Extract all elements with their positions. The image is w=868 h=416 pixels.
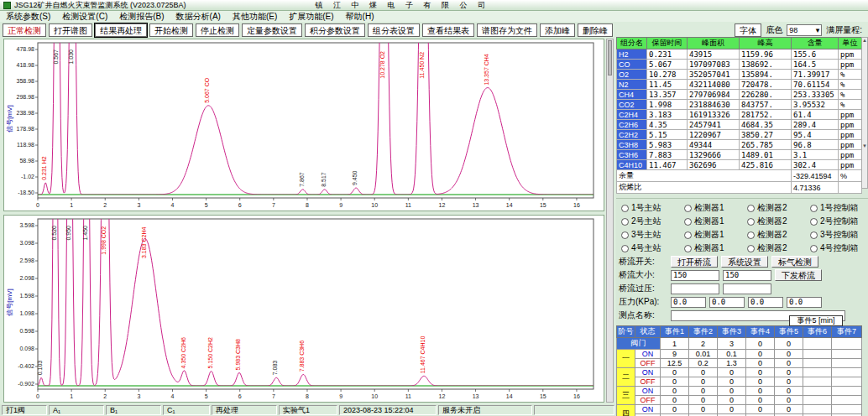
event-row[interactable]: 二ON00000 [617, 368, 862, 377]
quant-params-button[interactable]: 定量参数设置 [242, 23, 302, 37]
radio-icon[interactable] [684, 218, 692, 226]
results-scrollbar[interactable]: ▲▼ [861, 37, 868, 189]
radio-icon[interactable] [621, 218, 629, 226]
menu-detect-report[interactable]: 检测报告(B) [113, 11, 170, 23]
radio-icon[interactable] [810, 205, 818, 212]
menu-data-analysis[interactable]: 数据分析(A) [170, 11, 227, 23]
radio-option[interactable]: 1号控制箱 [805, 202, 868, 214]
radio-option[interactable]: 检测器1 [679, 202, 742, 214]
radio-option[interactable]: 1号主站 [616, 202, 679, 214]
radio-icon[interactable] [810, 218, 818, 226]
result-row[interactable]: C4H1011.467362696425.816302.4ppm [617, 160, 862, 170]
radio-option[interactable]: 检测器2 [742, 229, 805, 241]
result-row[interactable]: C2H43.183161913326281752.61.4ppm [617, 110, 862, 120]
normal-detect-button[interactable]: 正常检测 [3, 23, 46, 37]
event-row[interactable]: 四ON00000 [617, 405, 862, 414]
radio-option[interactable]: 检测器2 [742, 242, 805, 254]
y-axis-title: 信号[mV] [6, 289, 13, 315]
bg-color-select[interactable]: 98 ▾ [787, 24, 822, 36]
chart-scrollbar[interactable] [606, 39, 614, 403]
menu-system-params[interactable]: 系统参数(S) [0, 11, 56, 23]
delete-peak-button[interactable]: 删除峰 [578, 23, 613, 37]
result-row[interactable]: CO21.998231884630843757.3.95532% [617, 100, 862, 110]
pressure-input-1[interactable] [671, 297, 706, 308]
result-row[interactable]: H20.231439151159.96155.6ppm [617, 49, 862, 60]
event-cell: 0.1 [718, 350, 746, 359]
x-tick-label: 10 [371, 202, 378, 208]
menu-other-functions[interactable]: 其他功能(E) [227, 11, 283, 23]
chromatogram-plot[interactable]: 478.98418.98358.98298.98238.98178.98118.… [4, 39, 604, 211]
result-row[interactable]: CO5.067197097083138692.164.5ppm [617, 60, 862, 70]
bridge-over-input-1[interactable] [671, 283, 719, 294]
font-button[interactable]: 字体 [735, 23, 761, 37]
radio-option[interactable]: 检测器1 [679, 229, 742, 241]
open-spectrum-button[interactable]: 打开谱图 [49, 23, 92, 37]
radio-option[interactable]: 检测器2 [742, 216, 805, 227]
x-tick-label: 5 [205, 202, 208, 208]
radio-icon[interactable] [747, 218, 755, 226]
reprocess-result-button[interactable]: 结果再处理 [95, 23, 147, 37]
radio-icon[interactable] [684, 231, 692, 239]
chromatogram-bottom[interactable]: 3.5983.0982.5982.0981.5981.0980.5980.098… [3, 215, 604, 403]
chromatogram-plot[interactable]: 3.5983.0982.5982.0981.5981.0980.5980.098… [4, 216, 604, 402]
peak-label: 8.517 [321, 172, 327, 187]
event-row[interactable]: 一ON90.010.100 [617, 350, 862, 359]
scrollbar-thumb[interactable] [608, 40, 612, 75]
event-row[interactable]: OFF12.50.21.300 [617, 359, 862, 368]
radio-option[interactable]: 2号主站 [616, 216, 679, 227]
pressure-input-4[interactable] [787, 297, 822, 308]
radio-option[interactable]: 3号控制箱 [805, 229, 868, 241]
event-row[interactable]: OFF00000 [617, 396, 862, 405]
menu-help[interactable]: 帮助(H) [340, 11, 380, 23]
result-row[interactable]: N211.45432114080720478.70.61154% [617, 80, 862, 90]
stop-detect-button[interactable]: 停止检测 [196, 23, 239, 37]
start-detect-button[interactable]: 开始检测 [149, 23, 193, 37]
radio-option[interactable]: 4号控制箱 [805, 242, 868, 254]
radio-option[interactable]: 检测器2 [742, 202, 805, 214]
bridge-switch-row: 桥流开关: 打开桥流 系统设置 标气检测 [616, 255, 868, 268]
add-peak-button[interactable]: 添加峰 [540, 23, 575, 37]
radio-icon[interactable] [621, 205, 629, 212]
event-cell [832, 387, 862, 396]
integral-params-button[interactable]: 积分参数设置 [305, 23, 365, 37]
y-tick-label: 3.098 [19, 240, 34, 246]
save-spectrum-button[interactable]: 谱图存为文件 [477, 23, 537, 37]
menu-extended-functions[interactable]: 扩展功能(E) [283, 11, 339, 23]
radio-icon[interactable] [747, 205, 755, 212]
menu-detect-settings[interactable]: 检测设置(C) [56, 11, 113, 23]
bridge-size-input-1[interactable] [671, 270, 719, 281]
open-bridge-button[interactable]: 打开桥流 [671, 256, 718, 268]
bridge-size-input-2[interactable] [723, 270, 771, 281]
standard-gas-button[interactable]: 标气检测 [771, 256, 818, 268]
pressure-input-2[interactable] [709, 297, 745, 308]
pressure-input-3[interactable] [748, 297, 783, 308]
result-row[interactable]: CH413.357279706984226280.253.33305% [617, 90, 862, 100]
result-row[interactable]: C3H67.88313296661489.013.1ppm [617, 150, 862, 160]
result-row[interactable]: C3H85.98349344265.78596.8ppm [617, 140, 862, 150]
send-bridge-button[interactable]: 下发桥流 [775, 269, 822, 281]
radio-option[interactable]: 4号主站 [616, 242, 679, 254]
component-table-button[interactable]: 组分表设置 [368, 23, 420, 37]
radio-option[interactable]: 3号主站 [616, 229, 679, 241]
view-results-button[interactable]: 查看结果表 [422, 23, 474, 37]
result-row[interactable]: C2H25.1512209673850.2795.4ppm [617, 130, 862, 140]
radio-icon[interactable] [810, 245, 818, 252]
radio-icon[interactable] [810, 231, 818, 239]
result-row[interactable]: O210.278352057041135894.71.39917% [617, 70, 862, 80]
event-row[interactable]: OFF00000 [617, 377, 862, 387]
event-row[interactable]: 三ON00000 [617, 387, 862, 396]
radio-icon[interactable] [684, 205, 692, 212]
radio-icon[interactable] [747, 231, 755, 239]
result-cell: C4H10 [617, 160, 647, 170]
result-row[interactable]: C2H64.3524579414684.35289.4ppm [617, 120, 862, 130]
radio-option[interactable]: 2号控制箱 [805, 216, 868, 227]
radio-option[interactable]: 检测器1 [679, 242, 742, 254]
radio-icon[interactable] [747, 245, 755, 252]
system-settings-button[interactable]: 系统设置 [721, 256, 768, 268]
radio-icon[interactable] [621, 245, 629, 252]
chromatogram-top[interactable]: 478.98418.98358.98298.98238.98178.98118.… [3, 39, 604, 211]
bridge-over-input-2[interactable] [723, 283, 771, 294]
radio-icon[interactable] [684, 245, 692, 252]
radio-icon[interactable] [621, 231, 629, 239]
radio-option[interactable]: 检测器1 [679, 216, 742, 227]
